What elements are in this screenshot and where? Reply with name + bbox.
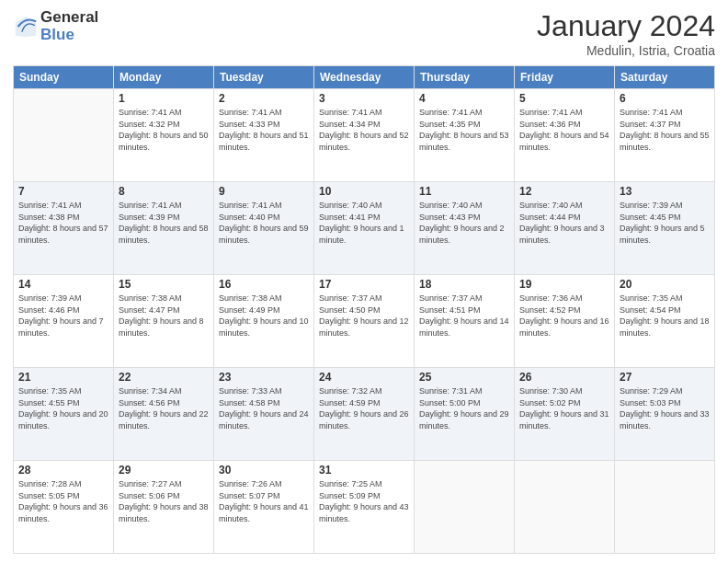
day-number: 10 — [319, 185, 409, 198]
logo-general: General — [40, 9, 98, 27]
day-info: Sunrise: 7:28 AMSunset: 5:05 PMDaylight:… — [18, 478, 108, 524]
calendar-cell: 13Sunrise: 7:39 AMSunset: 4:45 PMDayligh… — [615, 182, 715, 275]
calendar-cell: 18Sunrise: 7:37 AMSunset: 4:51 PMDayligh… — [415, 275, 515, 368]
calendar-cell: 1Sunrise: 7:41 AMSunset: 4:32 PMDaylight… — [114, 89, 214, 182]
calendar-cell: 15Sunrise: 7:38 AMSunset: 4:47 PMDayligh… — [114, 275, 214, 368]
calendar-cell: 5Sunrise: 7:41 AMSunset: 4:36 PMDaylight… — [515, 89, 615, 182]
day-info: Sunrise: 7:27 AMSunset: 5:06 PMDaylight:… — [119, 478, 209, 524]
page: General Blue January 2024 Medulin, Istri… — [0, 0, 728, 563]
calendar-header-saturday: Saturday — [615, 66, 715, 89]
day-number: 21 — [18, 371, 108, 384]
day-info: Sunrise: 7:41 AMSunset: 4:32 PMDaylight:… — [119, 107, 209, 153]
day-info: Sunrise: 7:37 AMSunset: 4:50 PMDaylight:… — [319, 293, 409, 339]
day-info: Sunrise: 7:41 AMSunset: 4:33 PMDaylight:… — [219, 107, 309, 153]
logo-icon — [13, 14, 39, 40]
day-info: Sunrise: 7:35 AMSunset: 4:55 PMDaylight:… — [18, 385, 108, 431]
calendar-cell: 21Sunrise: 7:35 AMSunset: 4:55 PMDayligh… — [14, 368, 114, 461]
day-number: 19 — [519, 278, 609, 291]
day-info: Sunrise: 7:30 AMSunset: 5:02 PMDaylight:… — [519, 385, 609, 431]
day-info: Sunrise: 7:31 AMSunset: 5:00 PMDaylight:… — [419, 385, 509, 431]
calendar-header-tuesday: Tuesday — [214, 66, 314, 89]
day-info: Sunrise: 7:33 AMSunset: 4:58 PMDaylight:… — [219, 385, 309, 431]
day-number: 3 — [319, 92, 409, 105]
day-number: 9 — [219, 185, 309, 198]
calendar-header-row: SundayMondayTuesdayWednesdayThursdayFrid… — [14, 66, 715, 89]
calendar-cell: 2Sunrise: 7:41 AMSunset: 4:33 PMDaylight… — [214, 89, 314, 182]
day-number: 11 — [419, 185, 509, 198]
day-number: 23 — [219, 371, 309, 384]
day-number: 18 — [419, 278, 509, 291]
day-info: Sunrise: 7:34 AMSunset: 4:56 PMDaylight:… — [119, 385, 209, 431]
day-number: 30 — [219, 464, 309, 477]
day-number: 26 — [519, 371, 609, 384]
calendar-cell: 9Sunrise: 7:41 AMSunset: 4:40 PMDaylight… — [214, 182, 314, 275]
day-number: 22 — [119, 371, 209, 384]
day-info: Sunrise: 7:38 AMSunset: 4:47 PMDaylight:… — [119, 293, 209, 339]
day-info: Sunrise: 7:36 AMSunset: 4:52 PMDaylight:… — [519, 293, 609, 339]
day-info: Sunrise: 7:25 AMSunset: 5:09 PMDaylight:… — [319, 478, 409, 524]
day-number: 31 — [319, 464, 409, 477]
calendar-cell: 20Sunrise: 7:35 AMSunset: 4:54 PMDayligh… — [615, 275, 715, 368]
calendar-week-row: 7Sunrise: 7:41 AMSunset: 4:38 PMDaylight… — [14, 182, 715, 275]
calendar-cell: 30Sunrise: 7:26 AMSunset: 5:07 PMDayligh… — [214, 461, 314, 554]
calendar-cell: 26Sunrise: 7:30 AMSunset: 5:02 PMDayligh… — [515, 368, 615, 461]
day-info: Sunrise: 7:39 AMSunset: 4:46 PMDaylight:… — [18, 293, 108, 339]
calendar-header-wednesday: Wednesday — [314, 66, 415, 89]
calendar-cell: 6Sunrise: 7:41 AMSunset: 4:37 PMDaylight… — [615, 89, 715, 182]
calendar-cell: 22Sunrise: 7:34 AMSunset: 4:56 PMDayligh… — [114, 368, 214, 461]
calendar-cell: 11Sunrise: 7:40 AMSunset: 4:43 PMDayligh… — [415, 182, 515, 275]
sub-title: Medulin, Istria, Croatia — [537, 43, 715, 58]
day-info: Sunrise: 7:41 AMSunset: 4:38 PMDaylight:… — [18, 200, 108, 246]
calendar-cell: 10Sunrise: 7:40 AMSunset: 4:41 PMDayligh… — [314, 182, 415, 275]
calendar-cell: 27Sunrise: 7:29 AMSunset: 5:03 PMDayligh… — [615, 368, 715, 461]
calendar-cell: 25Sunrise: 7:31 AMSunset: 5:00 PMDayligh… — [415, 368, 515, 461]
calendar-week-row: 28Sunrise: 7:28 AMSunset: 5:05 PMDayligh… — [14, 461, 715, 554]
day-info: Sunrise: 7:38 AMSunset: 4:49 PMDaylight:… — [219, 293, 309, 339]
day-number: 29 — [119, 464, 209, 477]
day-number: 27 — [620, 371, 710, 384]
main-title: January 2024 — [537, 9, 715, 43]
day-info: Sunrise: 7:41 AMSunset: 4:40 PMDaylight:… — [219, 200, 309, 246]
calendar-cell: 3Sunrise: 7:41 AMSunset: 4:34 PMDaylight… — [314, 89, 415, 182]
calendar-cell: 29Sunrise: 7:27 AMSunset: 5:06 PMDayligh… — [114, 461, 214, 554]
calendar-cell: 19Sunrise: 7:36 AMSunset: 4:52 PMDayligh… — [515, 275, 615, 368]
day-number: 17 — [319, 278, 409, 291]
calendar-cell: 8Sunrise: 7:41 AMSunset: 4:39 PMDaylight… — [114, 182, 214, 275]
day-number: 13 — [620, 185, 710, 198]
day-info: Sunrise: 7:41 AMSunset: 4:35 PMDaylight:… — [419, 107, 509, 153]
calendar-cell: 4Sunrise: 7:41 AMSunset: 4:35 PMDaylight… — [415, 89, 515, 182]
calendar-week-row: 21Sunrise: 7:35 AMSunset: 4:55 PMDayligh… — [14, 368, 715, 461]
day-number: 20 — [620, 278, 710, 291]
day-number: 7 — [18, 185, 108, 198]
day-number: 25 — [419, 371, 509, 384]
title-block: January 2024 Medulin, Istria, Croatia — [537, 9, 715, 58]
calendar-cell: 17Sunrise: 7:37 AMSunset: 4:50 PMDayligh… — [314, 275, 415, 368]
calendar-cell: 14Sunrise: 7:39 AMSunset: 4:46 PMDayligh… — [14, 275, 114, 368]
calendar-week-row: 1Sunrise: 7:41 AMSunset: 4:32 PMDaylight… — [14, 89, 715, 182]
calendar-cell: 28Sunrise: 7:28 AMSunset: 5:05 PMDayligh… — [14, 461, 114, 554]
calendar-cell — [615, 461, 715, 554]
calendar-cell — [415, 461, 515, 554]
calendar-week-row: 14Sunrise: 7:39 AMSunset: 4:46 PMDayligh… — [14, 275, 715, 368]
calendar-header-sunday: Sunday — [14, 66, 114, 89]
day-info: Sunrise: 7:40 AMSunset: 4:43 PMDaylight:… — [419, 200, 509, 246]
day-info: Sunrise: 7:26 AMSunset: 5:07 PMDaylight:… — [219, 478, 309, 524]
day-number: 1 — [119, 92, 209, 105]
day-info: Sunrise: 7:41 AMSunset: 4:36 PMDaylight:… — [519, 107, 609, 153]
calendar-header-monday: Monday — [114, 66, 214, 89]
calendar-header-thursday: Thursday — [415, 66, 515, 89]
day-info: Sunrise: 7:40 AMSunset: 4:41 PMDaylight:… — [319, 200, 409, 246]
day-info: Sunrise: 7:32 AMSunset: 4:59 PMDaylight:… — [319, 385, 409, 431]
day-number: 15 — [119, 278, 209, 291]
calendar-table: SundayMondayTuesdayWednesdayThursdayFrid… — [13, 65, 715, 554]
day-number: 5 — [519, 92, 609, 105]
day-info: Sunrise: 7:41 AMSunset: 4:34 PMDaylight:… — [319, 107, 409, 153]
day-number: 8 — [119, 185, 209, 198]
day-number: 2 — [219, 92, 309, 105]
calendar-cell: 23Sunrise: 7:33 AMSunset: 4:58 PMDayligh… — [214, 368, 314, 461]
day-info: Sunrise: 7:41 AMSunset: 4:37 PMDaylight:… — [620, 107, 710, 153]
day-info: Sunrise: 7:41 AMSunset: 4:39 PMDaylight:… — [119, 200, 209, 246]
day-number: 6 — [620, 92, 710, 105]
logo: General Blue — [13, 9, 98, 43]
day-info: Sunrise: 7:29 AMSunset: 5:03 PMDaylight:… — [620, 385, 710, 431]
